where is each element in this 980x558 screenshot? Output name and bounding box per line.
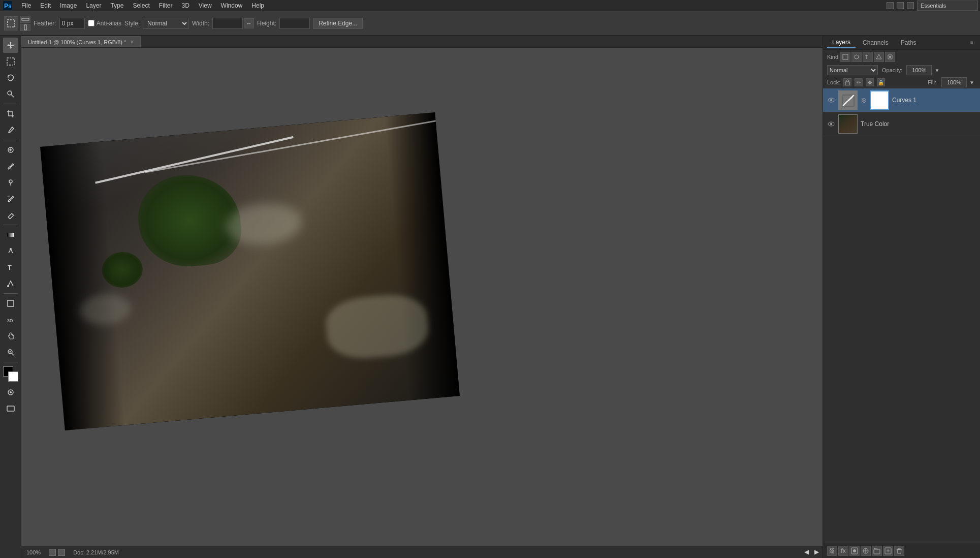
menu-window[interactable]: Window	[217, 1, 247, 10]
tab-channels[interactable]: Channels	[858, 38, 894, 48]
next-state-btn[interactable]: ▶	[814, 548, 823, 556]
hand-tool[interactable]	[3, 328, 18, 344]
menubar: Ps File Edit Image Layer Type Select Fil…	[0, 0, 980, 11]
doc-size: Doc: 2.21M/2.95M	[73, 549, 119, 555]
fill-arrow-btn[interactable]: ▼	[968, 77, 976, 87]
3d-tool[interactable]: 3D	[3, 312, 18, 327]
svg-rect-13	[7, 233, 14, 237]
marquee-tools-group	[4, 16, 30, 31]
marquee-tool[interactable]	[3, 54, 18, 69]
layer-item-truecolor[interactable]: True Color	[823, 112, 980, 136]
svg-rect-56	[843, 54, 848, 59]
menu-image[interactable]: Image	[56, 1, 81, 10]
path-selection-tool[interactable]	[3, 276, 18, 291]
swap-wh-btn[interactable]: ↔	[244, 18, 254, 28]
layer-mask-curves1	[870, 90, 889, 110]
col-marquee-btn[interactable]	[20, 24, 30, 31]
create-layer-btn[interactable]	[883, 546, 893, 556]
zoom-actual-btn[interactable]	[58, 549, 65, 556]
height-input[interactable]	[279, 18, 310, 29]
text-tool[interactable]: T	[3, 260, 18, 275]
svg-text:Ps: Ps	[4, 3, 12, 10]
lock-transparent-btn[interactable]	[843, 78, 851, 86]
eraser-tool[interactable]	[3, 207, 18, 223]
refine-edge-btn[interactable]: Refine Edge...	[313, 18, 363, 29]
background-color[interactable]	[8, 371, 18, 382]
spot-healing-tool[interactable]	[3, 142, 18, 158]
move-tool[interactable]	[3, 38, 18, 53]
quick-select-tool[interactable]	[3, 86, 18, 102]
width-input[interactable]	[212, 18, 243, 29]
zoom-tool[interactable]	[3, 345, 18, 360]
svg-rect-2	[8, 20, 15, 27]
layer-visibility-curves1[interactable]	[827, 96, 835, 104]
antialias-checkbox[interactable]	[88, 20, 94, 26]
svg-rect-4	[24, 25, 26, 30]
fill-label: Fill:	[928, 79, 936, 85]
link-layers-btn[interactable]: ⛓	[827, 546, 837, 556]
zoom-fit-btn[interactable]	[49, 549, 56, 556]
lasso-tool[interactable]	[3, 70, 18, 85]
menu-layer[interactable]: Layer	[82, 1, 105, 10]
layers-collapse-btn[interactable]: ≡	[968, 39, 976, 47]
kind-adj-btn[interactable]	[851, 52, 862, 62]
layer-visibility-truecolor[interactable]	[827, 120, 835, 128]
lock-pixels-btn[interactable]: ✏	[855, 78, 863, 86]
pen-tool[interactable]	[3, 243, 18, 259]
clone-stamp-tool[interactable]	[3, 175, 18, 190]
eyedropper-tool[interactable]	[3, 122, 18, 138]
color-swatch[interactable]	[3, 366, 18, 382]
menu-file[interactable]: File	[17, 1, 35, 10]
create-group-btn[interactable]	[872, 546, 882, 556]
menu-view[interactable]: View	[195, 1, 216, 10]
kind-pixel-btn[interactable]	[840, 52, 850, 62]
menu-type[interactable]: Type	[106, 1, 128, 10]
add-mask-btn[interactable]	[849, 546, 860, 556]
feather-input[interactable]	[59, 18, 85, 29]
layer-item-curves1[interactable]: ⛓ Curves 1	[823, 88, 980, 112]
shape-tool[interactable]	[3, 296, 18, 311]
add-adjustment-btn[interactable]	[861, 546, 871, 556]
delete-layer-btn[interactable]	[894, 546, 904, 556]
quick-mask-btn[interactable]	[3, 385, 18, 400]
crop-tool[interactable]	[3, 106, 18, 121]
fill-input[interactable]	[941, 77, 967, 87]
screen-mode-btn[interactable]	[3, 401, 18, 416]
kind-shape-btn[interactable]	[874, 52, 884, 62]
menu-select[interactable]: Select	[129, 1, 153, 10]
svg-text:3D: 3D	[7, 318, 13, 323]
tool-divider-4	[4, 293, 18, 294]
minimize-btn[interactable]	[887, 2, 894, 9]
workspace-selector[interactable]: Essentials	[917, 1, 978, 11]
svg-point-63	[830, 99, 832, 101]
tab-paths[interactable]: Paths	[896, 38, 922, 48]
row-marquee-btn[interactable]	[20, 16, 30, 23]
kind-filter-icons: T	[840, 52, 895, 62]
add-style-btn[interactable]: fx	[838, 546, 848, 556]
tool-divider-1	[4, 104, 18, 104]
lock-position-btn[interactable]: ✥	[866, 78, 874, 86]
marquee-tool-btn[interactable]	[4, 16, 18, 30]
svg-point-6	[8, 91, 12, 95]
blend-mode-select[interactable]: Normal Dissolve Multiply Screen Overlay	[827, 65, 878, 75]
gradient-tool[interactable]	[3, 227, 18, 242]
menu-3d[interactable]: 3D	[177, 1, 193, 10]
close-btn[interactable]	[907, 2, 914, 9]
canvas-tab[interactable]: Untitled-1 @ 100% (Curves 1, RGB/8) * ✕	[21, 36, 141, 47]
tab-layers[interactable]: Layers	[827, 37, 856, 48]
opacity-arrow-btn[interactable]: ▼	[933, 65, 941, 75]
opacity-input[interactable]	[906, 65, 932, 75]
prev-state-btn[interactable]: ◀	[804, 548, 812, 556]
tab-close-btn[interactable]: ✕	[130, 39, 134, 45]
statusbar: 100% Doc: 2.21M/2.95M ◀ ▶	[21, 546, 828, 558]
kind-smart-btn[interactable]	[885, 52, 895, 62]
lock-all-btn[interactable]: 🔒	[877, 78, 885, 86]
style-select[interactable]: Normal Fixed Ratio Fixed Size	[143, 18, 189, 29]
history-brush-tool[interactable]	[3, 191, 18, 206]
menu-edit[interactable]: Edit	[36, 1, 55, 10]
kind-type-btn[interactable]: T	[863, 52, 873, 62]
maximize-btn[interactable]	[897, 2, 904, 9]
menu-help[interactable]: Help	[247, 1, 268, 10]
menu-filter[interactable]: Filter	[155, 1, 177, 10]
brush-tool[interactable]	[3, 159, 18, 174]
